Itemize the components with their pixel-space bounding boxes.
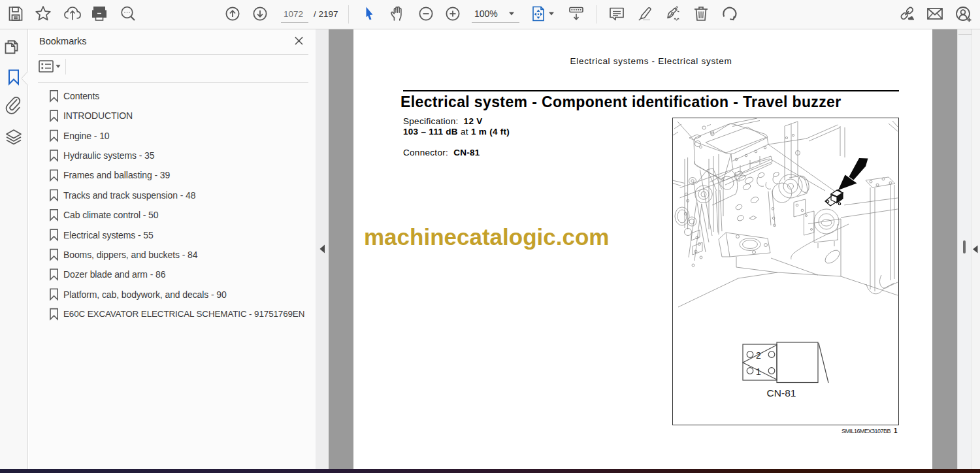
svg-text:2: 2 (756, 350, 761, 361)
svg-text:CN-81: CN-81 (767, 387, 796, 399)
svg-text:100%: 100% (474, 8, 498, 19)
svg-text:/ 2197: / 2197 (314, 9, 338, 19)
svg-text:1072: 1072 (284, 9, 303, 19)
svg-text:1: 1 (756, 367, 761, 377)
